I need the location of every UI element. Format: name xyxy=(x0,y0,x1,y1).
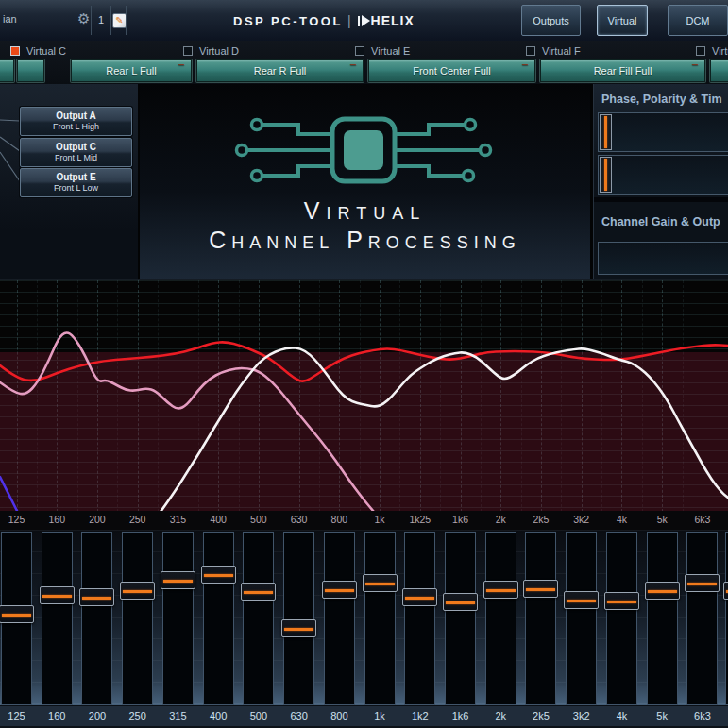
eq-slider-handle-1k2[interactable] xyxy=(402,588,437,606)
output-button-output-e[interactable]: Output EFront L Low xyxy=(20,168,132,197)
eq-slider-handle-400[interactable] xyxy=(201,566,236,584)
pink-mid-curve xyxy=(0,332,374,512)
virtual-tab-checkbox[interactable] xyxy=(696,46,705,56)
virtual-tab-checkbox[interactable] xyxy=(355,46,364,56)
axis-tick-label: 125 xyxy=(0,514,36,525)
eq-band-label: 3k2 xyxy=(561,710,602,721)
channel-button-partial[interactable] xyxy=(17,59,44,82)
eq-slider-handle-partial[interactable] xyxy=(723,582,728,600)
eq-slider-track-315[interactable] xyxy=(162,532,194,705)
settings-gear-icon[interactable]: ⚙ xyxy=(77,10,90,27)
eq-slider-handle-500[interactable] xyxy=(241,583,276,601)
eq-handle-stripe xyxy=(687,583,717,585)
eq-handle-stripe xyxy=(2,614,31,617)
eq-band-label: 250 xyxy=(117,710,159,721)
horizontal-slider-track[interactable] xyxy=(598,242,728,275)
channel-button-front-center-full[interactable]: Front Center Full‒ xyxy=(368,59,535,82)
phase-gain-panel: Phase, Polarity & Tim Channel Gain & Out… xyxy=(593,84,728,279)
output-button-line2: Front L High xyxy=(53,122,99,132)
eq-slider-track-250[interactable] xyxy=(122,532,153,705)
edit-pencil-icon[interactable]: ✎ xyxy=(112,13,127,28)
eq-slider-handle-1k[interactable] xyxy=(363,574,398,592)
eq-handle-stripe xyxy=(284,628,313,631)
eq-slider-handle-630[interactable] xyxy=(281,619,316,637)
channel-button-rear-l-full[interactable]: Rear L Full‒ xyxy=(71,59,192,82)
eq-handle-stripe xyxy=(486,589,516,592)
eq-slider-track-5k[interactable] xyxy=(647,532,678,705)
eq-slider-track-500[interactable] xyxy=(243,532,274,705)
toolbar-divider xyxy=(126,6,127,35)
white-high-curve xyxy=(161,347,728,512)
virtual-processing-panel: Virtual Channel Processing xyxy=(140,84,590,279)
eq-slider-handle-5k[interactable] xyxy=(645,582,680,600)
eq-slider-track-3k2[interactable] xyxy=(566,532,597,705)
channel-button-rear-r-full[interactable]: Rear R Full‒ xyxy=(196,59,364,82)
axis-tick-label: 630 xyxy=(280,514,318,525)
eq-slider-handle-2k5[interactable] xyxy=(523,580,558,598)
eq-band-label: 1k6 xyxy=(440,710,482,721)
nav-button-virtual[interactable]: Virtual xyxy=(597,5,648,36)
virtual-tab-label: Virtual F xyxy=(542,45,581,57)
eq-slider-handle-315[interactable] xyxy=(161,571,195,589)
virtual-tab-checkbox[interactable] xyxy=(526,46,535,56)
axis-tick-label: 200 xyxy=(78,514,116,525)
horizontal-slider-handle[interactable] xyxy=(600,114,612,150)
blue-low-curve xyxy=(0,477,17,511)
eq-band-label: 315 xyxy=(157,710,198,721)
axis-tick-label: 1k25 xyxy=(401,514,439,525)
eq-slider-track-2k[interactable] xyxy=(485,532,516,705)
horizontal-slider-handle[interactable] xyxy=(600,157,612,193)
eq-slider-track-1k6[interactable] xyxy=(445,532,476,705)
panel-title-line1: Virtual xyxy=(140,197,590,225)
eq-band-label: 4k xyxy=(601,710,642,721)
eq-slider-handle-125[interactable] xyxy=(0,605,34,623)
eq-band-label: 6k3 xyxy=(682,710,723,721)
axis-tick-label: 315 xyxy=(159,514,196,525)
eq-handle-stripe xyxy=(244,591,273,594)
eq-handle-stripe xyxy=(365,583,395,585)
eq-slider-handle-250[interactable] xyxy=(120,582,155,600)
eq-slider-track-partial[interactable] xyxy=(725,532,728,705)
eq-slider-handle-4k[interactable] xyxy=(604,592,639,610)
virtual-tab-checkbox[interactable] xyxy=(10,46,20,56)
eq-slider-track-1k2[interactable] xyxy=(404,532,435,705)
eq-slider-handle-160[interactable] xyxy=(40,586,75,604)
eq-slider-handle-3k2[interactable] xyxy=(564,591,599,609)
axis-tick-label: 1k6 xyxy=(442,514,480,525)
horizontal-slider-track[interactable] xyxy=(598,155,728,195)
eq-slider-track-400[interactable] xyxy=(203,532,234,705)
output-button-line1: Output C xyxy=(56,142,96,154)
eq-slider-handle-2k[interactable] xyxy=(483,581,518,599)
preset-name-label: ian xyxy=(3,13,17,25)
virtual-tab-virtual-d: Virtual D xyxy=(183,45,239,57)
eq-handle-stripe xyxy=(567,600,596,602)
panel-divider xyxy=(594,197,728,202)
virtual-tab-checkbox[interactable] xyxy=(183,46,193,56)
horizontal-slider-track[interactable] xyxy=(598,112,728,152)
nav-button-dcm[interactable]: DCM xyxy=(668,5,728,36)
eq-band-label: 1k xyxy=(359,710,400,721)
eq-handle-stripe xyxy=(82,597,111,600)
eq-slider-handle-1k6[interactable] xyxy=(443,593,478,611)
eq-slider-track-4k[interactable] xyxy=(606,532,637,705)
eq-slider-track-160[interactable] xyxy=(42,532,73,705)
response-curves xyxy=(0,280,728,512)
phase-section-title: Phase, Polarity & Tim xyxy=(601,93,722,106)
output-button-output-a[interactable]: Output AFront L High xyxy=(20,107,132,136)
virtual-tab-virtu: Virtu xyxy=(696,45,728,57)
eq-slider-handle-6k3[interactable] xyxy=(685,574,720,592)
eq-slider-track-800[interactable] xyxy=(324,532,355,705)
channel-button-rear-fill-full[interactable]: Rear Fill Full‒ xyxy=(540,59,705,82)
eq-slider-handle-800[interactable] xyxy=(322,581,357,599)
channel-button-partial[interactable] xyxy=(0,59,14,82)
output-button-output-c[interactable]: Output CFront L Mid xyxy=(20,138,132,167)
eq-slider-track-200[interactable] xyxy=(81,532,112,705)
eq-slider-track-2k5[interactable] xyxy=(525,532,556,705)
nav-button-outputs[interactable]: Outputs xyxy=(521,5,581,36)
eq-slider-handle-200[interactable] xyxy=(79,588,114,606)
axis-tick-label: 3k2 xyxy=(563,514,601,525)
virtual-tab-virtual-e: Virtual E xyxy=(355,45,410,57)
channel-button-partial[interactable]: ‒ xyxy=(710,59,728,82)
eq-slider-track-1k[interactable] xyxy=(364,532,396,705)
eq-slider-track-6k3[interactable] xyxy=(686,532,718,705)
